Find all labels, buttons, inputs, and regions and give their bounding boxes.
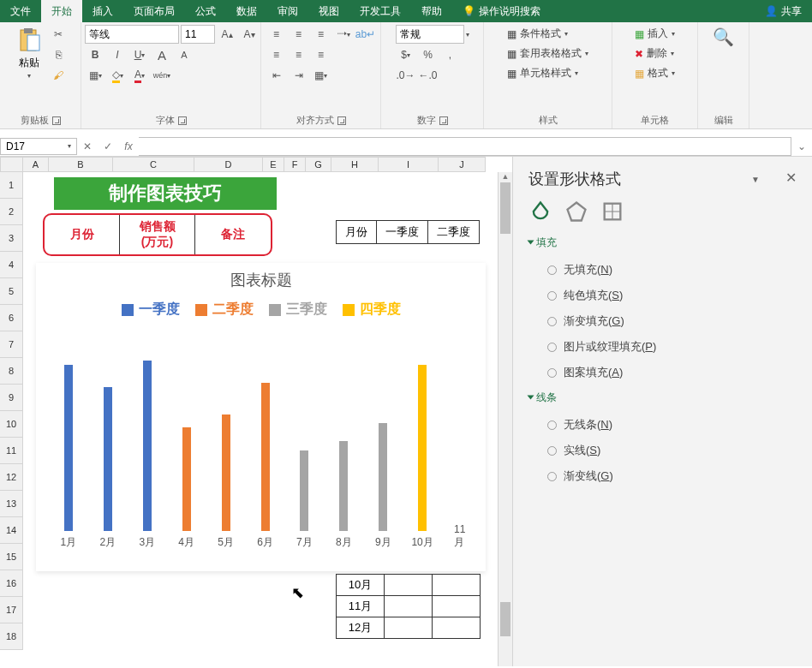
line-option[interactable]: 无线条(N) xyxy=(528,412,797,438)
find-button[interactable]: 🔍 xyxy=(709,25,737,49)
chart-title[interactable]: 图表标题 xyxy=(36,263,486,297)
tab-view[interactable]: 视图 xyxy=(308,0,349,22)
row-header[interactable]: 4 xyxy=(0,252,23,278)
column-header[interactable]: G xyxy=(306,157,331,172)
bar[interactable] xyxy=(64,365,73,531)
cancel-formula-button[interactable]: ✕ xyxy=(77,140,98,152)
wrap-text-button[interactable]: ab↵ xyxy=(355,25,376,44)
pane-options-button[interactable]: ▼ xyxy=(751,175,760,184)
tab-dev[interactable]: 开发工具 xyxy=(349,0,411,22)
align-dialog-icon[interactable] xyxy=(337,116,346,125)
increase-font-button[interactable]: A▴ xyxy=(217,25,237,44)
row-header[interactable]: 16 xyxy=(0,570,23,597)
increase-font-a[interactable]: A xyxy=(152,45,172,64)
enter-formula-button[interactable]: ✓ xyxy=(98,140,118,152)
fx-button[interactable]: fx xyxy=(118,140,139,152)
row-header[interactable]: 11 xyxy=(0,438,23,464)
font-name-select[interactable] xyxy=(85,25,179,44)
insert-cells-button[interactable]: ▦插入▾ xyxy=(631,25,678,43)
chart-plot-area[interactable]: 1月2月3月4月5月6月7月8月9月10月11月 xyxy=(45,327,477,550)
column-header[interactable]: J xyxy=(439,157,486,172)
bar[interactable] xyxy=(379,423,387,531)
cut-button[interactable]: ✂ xyxy=(48,25,69,44)
border-button[interactable]: ▦▾ xyxy=(85,66,105,85)
increase-indent-button[interactable]: ⇥ xyxy=(289,66,309,85)
line-option[interactable]: 渐变线(G) xyxy=(528,463,797,489)
font-dialog-icon[interactable] xyxy=(178,116,187,125)
format-cells-button[interactable]: ▦格式▾ xyxy=(631,64,678,82)
row-header[interactable]: 18 xyxy=(0,623,23,650)
align-left-button[interactable]: ≡ xyxy=(266,45,287,64)
fill-option[interactable]: 无填充(N) xyxy=(528,257,797,283)
row-header[interactable]: 17 xyxy=(0,597,23,623)
conditional-formatting-button[interactable]: ▦条件格式▾ xyxy=(504,25,571,43)
comma-button[interactable]: , xyxy=(440,45,461,64)
row-header[interactable]: 9 xyxy=(0,385,23,411)
row-header[interactable]: 5 xyxy=(0,278,23,305)
expand-formula-button[interactable]: ⌄ xyxy=(791,140,812,152)
bar[interactable] xyxy=(143,361,152,532)
column-header[interactable]: F xyxy=(284,157,306,172)
fill-option[interactable]: 图片或纹理填充(P) xyxy=(528,334,797,360)
increase-decimal-button[interactable]: .0→ xyxy=(396,66,416,85)
number-format-select[interactable] xyxy=(396,25,464,44)
bar[interactable] xyxy=(418,365,427,531)
fill-option[interactable]: 纯色填充(S) xyxy=(528,283,797,308)
orientation-button[interactable]: ⭬▾ xyxy=(333,25,354,44)
column-header[interactable]: E xyxy=(263,157,284,172)
align-top-button[interactable]: ≡ xyxy=(266,25,287,44)
pane-close-button[interactable]: ✕ xyxy=(785,170,797,185)
font-size-select[interactable] xyxy=(181,25,215,44)
fill-color-button[interactable]: ◇▾ xyxy=(107,66,128,85)
tab-review[interactable]: 审阅 xyxy=(267,0,308,22)
tab-layout[interactable]: 页面布局 xyxy=(123,0,185,22)
bold-button[interactable]: B xyxy=(85,45,105,64)
copy-button[interactable]: ⎘ xyxy=(48,45,69,64)
chart-legend[interactable]: 一季度二季度三季度四季度 xyxy=(36,297,486,327)
formula-input[interactable] xyxy=(139,137,791,156)
tab-file[interactable]: 文件 xyxy=(0,0,41,22)
merge-button[interactable]: ▦▾ xyxy=(311,66,331,85)
bar[interactable] xyxy=(261,383,270,531)
row-header[interactable]: 13 xyxy=(0,491,23,517)
bar[interactable] xyxy=(104,387,112,531)
decrease-decimal-button[interactable]: ←.0 xyxy=(418,66,439,85)
bar[interactable] xyxy=(339,441,348,531)
row-header[interactable]: 15 xyxy=(0,544,23,570)
line-section-header[interactable]: 线条 xyxy=(528,391,797,405)
tab-formulas[interactable]: 公式 xyxy=(185,0,226,22)
decrease-indent-button[interactable]: ⇤ xyxy=(266,66,287,85)
phonetic-button[interactable]: wén▾ xyxy=(152,66,172,85)
row-header[interactable]: 3 xyxy=(0,225,23,252)
underline-button[interactable]: U▾ xyxy=(129,45,150,64)
fill-option[interactable]: 图案填充(A) xyxy=(528,360,797,385)
column-header[interactable]: B xyxy=(49,157,113,172)
clipboard-dialog-icon[interactable] xyxy=(52,116,61,125)
column-header[interactable]: C xyxy=(113,157,194,172)
line-option[interactable]: 实线(S) xyxy=(528,438,797,463)
row-header[interactable]: 10 xyxy=(0,411,23,438)
tab-insert[interactable]: 插入 xyxy=(82,0,123,22)
align-right-button[interactable]: ≡ xyxy=(311,45,331,64)
tab-data[interactable]: 数据 xyxy=(226,0,267,22)
font-color-button[interactable]: A▾ xyxy=(129,66,150,85)
align-middle-button[interactable]: ≡ xyxy=(289,25,309,44)
row-header[interactable]: 1 xyxy=(0,172,23,199)
tell-me[interactable]: 💡操作说明搜索 xyxy=(452,0,551,22)
chart[interactable]: 图表标题 一季度二季度三季度四季度 1月2月3月4月5月6月7月8月9月10月1… xyxy=(36,263,486,571)
number-dialog-icon[interactable] xyxy=(439,116,448,125)
row-header[interactable]: 2 xyxy=(0,199,23,225)
paste-button[interactable]: 粘贴▾ xyxy=(12,25,46,81)
format-as-table-button[interactable]: ▦套用表格格式▾ xyxy=(504,45,592,63)
column-header[interactable]: A xyxy=(23,157,49,172)
size-tab-icon[interactable] xyxy=(600,200,624,224)
cell-styles-button[interactable]: ▦单元格样式▾ xyxy=(504,64,582,82)
legend-item[interactable]: 二季度 xyxy=(195,301,254,319)
align-bottom-button[interactable]: ≡ xyxy=(311,25,331,44)
row-header[interactable]: 12 xyxy=(0,464,23,491)
bar[interactable] xyxy=(182,427,191,531)
tab-help[interactable]: 帮助 xyxy=(411,0,452,22)
row-header[interactable]: 14 xyxy=(0,517,23,544)
select-all-corner[interactable] xyxy=(0,157,23,172)
vertical-scrollbar[interactable]: ▲ xyxy=(498,172,512,666)
